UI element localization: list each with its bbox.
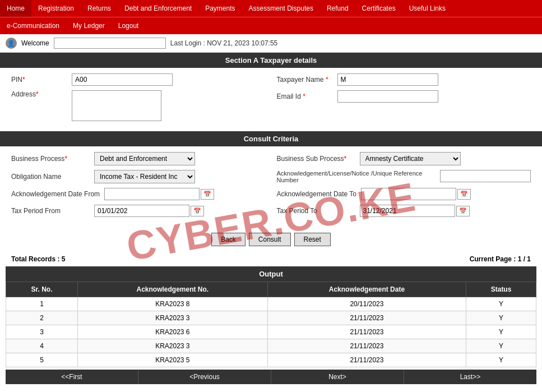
table-row: 3KRA2023 621/11/2023Y bbox=[6, 325, 536, 339]
ack-date-to-cal-button[interactable]: 📅 bbox=[457, 189, 471, 200]
action-buttons: Back Consult Reset bbox=[0, 233, 542, 246]
section-a-header: Section A Taxpayer details bbox=[0, 53, 542, 68]
consult-button[interactable]: Consult bbox=[249, 233, 291, 246]
address-input[interactable] bbox=[72, 90, 161, 121]
ack-date-from-wrap: 📅 bbox=[104, 188, 214, 200]
output-header: Output bbox=[6, 266, 536, 282]
ack-date-from-group: Acknowledgement Date From 📅 bbox=[11, 188, 266, 200]
consult-header: Consult Criteria bbox=[0, 131, 542, 146]
nav-useful[interactable]: Useful Links bbox=[402, 0, 452, 17]
col-ack-no: Acknowledgement No. bbox=[77, 282, 267, 297]
business-sub-process-group: Business Sub Process* Amnesty Certificat… bbox=[277, 152, 531, 165]
output-section: Output Sr. No. Acknowledgement No. Ackno… bbox=[0, 266, 542, 390]
total-records: Total Records : 5 bbox=[11, 255, 65, 263]
ack-date-to-group: Acknowledgement Date To 📅 bbox=[277, 188, 531, 200]
main-content: CYBER.CO.KE Section A Taxpayer details P… bbox=[0, 53, 542, 390]
business-process-group: Business Process* Debt and Enforcement bbox=[11, 152, 266, 165]
tax-period-to-label: Tax Period To bbox=[277, 207, 355, 215]
ack-date-to-label: Acknowledgement Date To bbox=[277, 190, 357, 198]
form-row-1: PIN* Taxpayer Name * bbox=[11, 73, 531, 86]
tax-period-to-cal-button[interactable]: 📅 bbox=[456, 206, 470, 216]
ack-date-from-cal-button[interactable]: 📅 bbox=[201, 189, 214, 200]
previous-button[interactable]: <Previous bbox=[138, 370, 271, 384]
email-group: Email Id * bbox=[277, 90, 531, 103]
back-button[interactable]: Back bbox=[211, 233, 245, 246]
taxpayer-input[interactable] bbox=[337, 73, 438, 86]
pin-input[interactable] bbox=[72, 73, 173, 86]
tax-period-from-wrap: 📅 bbox=[94, 205, 204, 217]
last-button[interactable]: Last>> bbox=[404, 370, 536, 384]
reset-button[interactable]: Reset bbox=[294, 233, 331, 246]
table-row: 5KRA2023 521/11/2023Y bbox=[6, 353, 536, 367]
tax-period-from-cal-button[interactable]: 📅 bbox=[191, 206, 204, 216]
ack-date-from-label: Acknowledgement Date From bbox=[11, 190, 100, 198]
pin-group: PIN* bbox=[11, 73, 266, 86]
nav-bar-row1: Home Registration Returns Debt and Enfor… bbox=[0, 0, 542, 17]
nav-logout[interactable]: Logout bbox=[112, 17, 146, 34]
consult-section: Business Process* Debt and Enforcement B… bbox=[0, 146, 542, 227]
nav-payments[interactable]: Payments bbox=[198, 0, 242, 17]
ack-ref-input[interactable] bbox=[440, 170, 531, 182]
nav-returns[interactable]: Returns bbox=[81, 0, 118, 17]
obligation-group: Obligation Name Income Tax - Resident In… bbox=[11, 170, 266, 183]
tax-period-from-input[interactable] bbox=[94, 205, 189, 217]
form-row-2: Address* Email Id * bbox=[11, 90, 531, 121]
obligation-label: Obligation Name bbox=[11, 173, 90, 181]
email-label: Email Id * bbox=[277, 93, 333, 100]
ack-date-to-wrap: 📅 bbox=[361, 188, 471, 200]
ack-date-from-input[interactable] bbox=[104, 188, 200, 200]
criteria-row-2: Obligation Name Income Tax - Resident In… bbox=[11, 170, 531, 183]
nav-ledger[interactable]: My Ledger bbox=[66, 17, 112, 34]
last-login: Last Login : NOV 21, 2023 10:07:55 bbox=[170, 39, 277, 47]
nav-assessment[interactable]: Assessment Disputes bbox=[242, 0, 320, 17]
nav-refund[interactable]: Refund bbox=[320, 0, 355, 17]
nav-ecommunication[interactable]: e-Communication bbox=[0, 17, 66, 34]
business-sub-process-select[interactable]: Amnesty Certificate bbox=[360, 152, 461, 165]
table-row: 2KRA2023 321/11/2023Y bbox=[6, 311, 536, 325]
nav-certificates[interactable]: Certificates bbox=[355, 0, 402, 17]
business-sub-process-label: Business Sub Process* bbox=[277, 155, 355, 163]
ack-ref-group: Acknowledgement/License/Notice /Unique R… bbox=[277, 170, 531, 183]
ack-ref-label: Acknowledgement/License/Notice /Unique R… bbox=[277, 170, 436, 183]
email-input[interactable] bbox=[337, 90, 438, 103]
criteria-row-1: Business Process* Debt and Enforcement B… bbox=[11, 152, 531, 165]
table-header-row: Sr. No. Acknowledgement No. Acknowledgem… bbox=[6, 282, 536, 297]
address-label: Address* bbox=[11, 90, 67, 98]
taxpayer-group: Taxpayer Name * bbox=[277, 73, 531, 86]
taxpayer-label: Taxpayer Name * bbox=[277, 76, 333, 84]
col-sr-no: Sr. No. bbox=[6, 282, 78, 297]
section-a-form: PIN* Taxpayer Name * Address* Email I bbox=[0, 68, 542, 131]
table-row: 4KRA2023 321/11/2023Y bbox=[6, 339, 536, 353]
ack-date-to-input[interactable] bbox=[361, 188, 456, 200]
user-icon: 👤 bbox=[6, 38, 17, 49]
nav-debt[interactable]: Debt and Enforcement bbox=[118, 0, 198, 17]
tax-period-from-group: Tax Period From 📅 bbox=[11, 205, 266, 217]
criteria-row-4: Tax Period From 📅 Tax Period To 📅 bbox=[11, 205, 531, 217]
criteria-row-3: Acknowledgement Date From 📅 Acknowledgem… bbox=[11, 188, 531, 200]
business-process-label: Business Process* bbox=[11, 155, 90, 163]
business-process-select[interactable]: Debt and Enforcement bbox=[94, 152, 195, 165]
col-ack-date: Acknowledgement Date bbox=[267, 282, 466, 297]
obligation-select[interactable]: Income Tax - Resident Inc bbox=[94, 170, 195, 183]
output-table: Sr. No. Acknowledgement No. Acknowledgem… bbox=[6, 282, 536, 367]
tax-period-from-label: Tax Period From bbox=[11, 207, 90, 215]
col-status: Status bbox=[466, 282, 536, 297]
records-bar: Total Records : 5 Current Page : 1 / 1 bbox=[0, 252, 542, 266]
next-button[interactable]: Next> bbox=[271, 370, 404, 384]
welcome-label: Welcome bbox=[21, 39, 49, 47]
address-group: Address* bbox=[11, 90, 266, 121]
tax-period-to-wrap: 📅 bbox=[360, 205, 470, 217]
nav-registration[interactable]: Registration bbox=[31, 0, 81, 17]
pagination-bar: <<First <Previous Next> Last>> bbox=[6, 370, 536, 384]
username-input[interactable] bbox=[54, 38, 166, 49]
current-page: Current Page : 1 / 1 bbox=[470, 255, 531, 263]
nav-bar-row2: e-Communication My Ledger Logout bbox=[0, 17, 542, 34]
nav-home[interactable]: Home bbox=[0, 0, 31, 17]
tax-period-to-input[interactable] bbox=[360, 205, 455, 217]
table-row: 1KRA2023 820/11/2023Y bbox=[6, 297, 536, 311]
pin-label: PIN* bbox=[11, 76, 67, 84]
welcome-bar: 👤 Welcome Last Login : NOV 21, 2023 10:0… bbox=[0, 34, 542, 53]
first-button[interactable]: <<First bbox=[6, 370, 138, 384]
tax-period-to-group: Tax Period To 📅 bbox=[277, 205, 531, 217]
